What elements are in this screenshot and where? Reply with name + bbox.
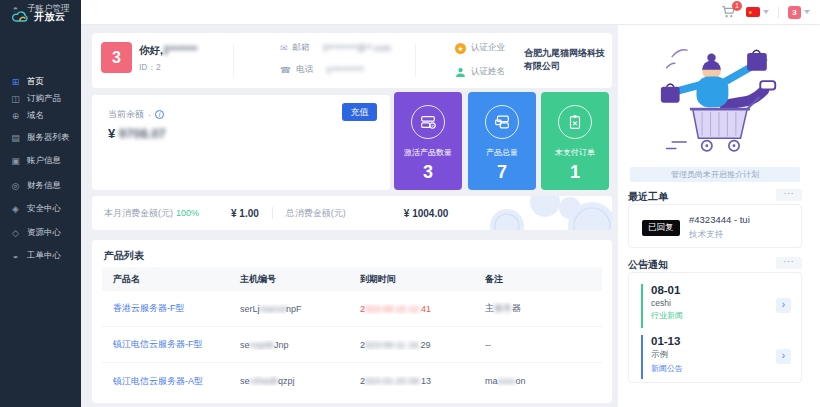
product-name-link[interactable]: 镇江电信云服务器-F型	[102, 338, 229, 351]
account-icon: ▣	[10, 156, 21, 166]
sidebar-item-subaccounts[interactable]: ◓ 子账户管理	[0, 0, 81, 17]
remark-cell: maxxxxon	[474, 376, 602, 386]
sidebar-item-home[interactable]: ⊞ 首页	[0, 73, 81, 90]
cart-badge: 1	[732, 1, 742, 11]
divider	[233, 44, 234, 77]
consumption-row: 本月消费金额(元) 100% ¥ 1.00 总消费金额(元) ¥ 1004.00	[92, 196, 612, 230]
user-id: ID：2	[139, 62, 161, 74]
sidebar-item-label: 订购产品	[27, 93, 61, 105]
ticket-number: #4323444 - tui	[689, 214, 750, 225]
notice-category: 新闻公告	[651, 363, 791, 374]
right-panel: 管理员尚未开启推介计划 最近工单 ··· 已回复 #4323444 - tui …	[618, 25, 820, 407]
recent-tickets-title: 最近工单	[628, 190, 668, 204]
balance-label: 当前余额	[108, 108, 144, 121]
ticket-status-badge: 已回复	[642, 220, 680, 236]
phone-row: ☎ 电话 1**********	[280, 64, 364, 76]
stat-value: 1	[541, 162, 609, 183]
table-header-row: 产品名 主机编号 到期时间 备注	[102, 267, 602, 291]
sidebar-item-resources[interactable]: ◇ 资源中心	[0, 224, 81, 241]
notice-title: ceshi	[651, 298, 791, 308]
sidebar-item-label: 子账户管理	[27, 3, 70, 15]
expire-date-cell: 2024-01-20 09:13	[349, 376, 474, 386]
notice-card: 08-01 ceshi 行业新闻 › 01-13 示例 新闻公告 ›	[628, 272, 802, 383]
product-name-link[interactable]: 镇江电信云服务器-A型	[102, 375, 229, 388]
email-label: 邮箱	[293, 42, 310, 54]
chevron-down-icon	[763, 10, 769, 14]
sidebar-item-label: 首页	[27, 76, 44, 88]
topbar: 1 ★ 3	[81, 0, 820, 25]
stat-value: 3	[394, 162, 462, 183]
notice-category: 行业新闻	[651, 310, 791, 321]
language-selector[interactable]: ★	[746, 7, 769, 17]
masked-username: 2*******	[163, 44, 197, 56]
cert-name-row[interactable]: 认证姓名	[455, 66, 505, 78]
host-id-cell: servhwdkqzpj	[229, 376, 349, 386]
masked-balance: 9708.07	[119, 126, 166, 141]
divider	[415, 44, 416, 77]
expire-date-cell: 2023-08-16 12:41	[349, 304, 474, 314]
chevron-right-icon[interactable]: ›	[776, 349, 791, 364]
chevron-right-icon[interactable]: ›	[776, 298, 791, 313]
dot: ·	[148, 110, 151, 120]
user-info-card: 3 你好,2******* ID：2 ✉ 邮箱 3*********@**.co…	[92, 33, 612, 88]
active-products-icon	[411, 105, 445, 139]
month-consumption-label: 本月消费金额(元)	[104, 207, 173, 220]
stat-card-active-products[interactable]: 激活产品数量 3	[394, 92, 462, 190]
sidebar-item-label: 服务器列表	[27, 132, 70, 144]
tickets-more-button[interactable]: ···	[776, 189, 802, 201]
referral-status-bar[interactable]: 管理员尚未开启推介计划	[630, 167, 800, 182]
greeting-prefix: 你好,	[139, 44, 163, 56]
security-icon: ◈	[10, 204, 21, 214]
ticket-center-icon: ◒	[10, 251, 21, 261]
cart-button[interactable]: 1	[721, 4, 737, 20]
ticket-category-link[interactable]: 技术支持	[689, 229, 723, 241]
recharge-button[interactable]: 充值	[342, 103, 377, 121]
finance-icon: ◎	[10, 181, 21, 191]
notice-title: 示例	[651, 349, 791, 361]
stat-label: 激活产品数量	[394, 147, 462, 158]
notice-item[interactable]: 08-01 ceshi 行业新闻 ›	[641, 284, 791, 328]
masked-phone: 1**********	[326, 65, 364, 75]
product-list-title: 产品列表	[104, 249, 144, 263]
stat-card-total-products[interactable]: 产品总量 7	[468, 92, 536, 190]
email-row: ✉ 邮箱 3*********@**.com	[280, 42, 391, 54]
topbar-divider	[778, 7, 779, 18]
person-cert-icon	[455, 67, 466, 78]
remark-cell: 主服务器	[474, 302, 602, 315]
ticket-card[interactable]: 已回复 #4323444 - tui 技术支持	[628, 204, 802, 248]
stat-card-unpaid-orders[interactable]: 未支付订单 1	[541, 92, 609, 190]
notices-more-button[interactable]: ···	[776, 257, 802, 269]
company-name: 合肥九尾猫网络科技有限公司	[524, 47, 612, 73]
column-header: 到期时间	[349, 273, 474, 286]
sidebar-item-server-list[interactable]: ▤ 服务器列表	[0, 129, 81, 146]
sidebar-item-security[interactable]: ◈ 安全中心	[0, 200, 81, 217]
sidebar-item-ticket-center[interactable]: ◒ 工单中心	[0, 247, 81, 264]
home-icon: ⊞	[10, 77, 21, 87]
subaccount-icon: ◓	[10, 4, 21, 14]
sidebar-item-label: 安全中心	[27, 203, 61, 215]
currency-symbol: ¥	[108, 126, 115, 141]
expire-date-cell: 2023-09-11 16:29	[349, 340, 474, 350]
table-row: 镇江电信云服务器-A型 servhwdkqzpj 2024-01-20 09:1…	[102, 363, 602, 399]
stat-label: 产品总量	[468, 147, 536, 158]
sidebar-item-finance[interactable]: ◎ 财务信息	[0, 177, 81, 194]
cert-company-row[interactable]: ★ 认证企业	[455, 42, 505, 54]
sidebar-item-account[interactable]: ▣ 账户信息	[0, 152, 81, 169]
sidebar-item-orders[interactable]: ◫ 订购产品	[0, 90, 81, 107]
product-name-link[interactable]: 香港云服务器-F型	[102, 302, 229, 315]
notice-item[interactable]: 01-13 示例 新闻公告 ›	[641, 335, 791, 379]
month-consumption-value: ¥ 1.00	[231, 208, 259, 219]
sidebar-item-label: 账户信息	[27, 155, 61, 167]
column-header: 备注	[474, 273, 602, 286]
user-menu[interactable]: 3	[788, 6, 810, 19]
masked-email: 3*********@**.com	[323, 43, 391, 53]
stat-label: 未支付订单	[541, 147, 609, 158]
column-header: 产品名	[102, 273, 229, 286]
server-list-icon: ▤	[10, 133, 21, 143]
info-icon[interactable]: i	[155, 110, 164, 119]
sidebar-item-label: 工单中心	[27, 250, 61, 262]
phone-label: 电话	[296, 64, 313, 76]
notices-title: 公告通知	[628, 258, 668, 272]
avatar: 3	[101, 42, 132, 73]
sidebar-item-domain[interactable]: ⊕ 域名	[0, 107, 81, 124]
